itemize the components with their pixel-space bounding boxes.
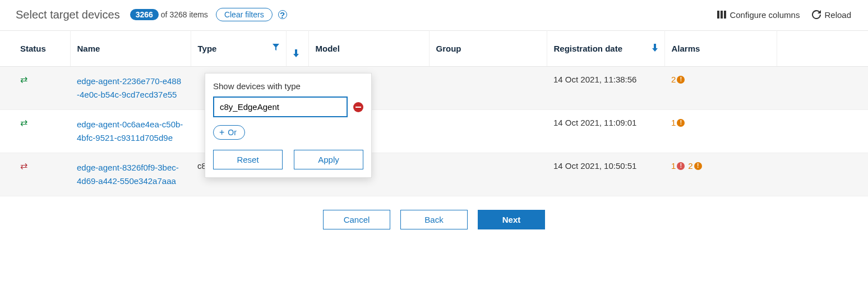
- filter-icon[interactable]: [273, 44, 279, 50]
- status-cell: ⇄: [0, 67, 70, 110]
- device-name-link[interactable]: edge-agent-8326f0f9-3bec-4d69-a442-550e3…: [77, 161, 183, 188]
- blank-cell: [777, 153, 868, 196]
- column-header-status[interactable]: Status: [0, 31, 70, 67]
- add-or-condition-button[interactable]: + Or: [213, 125, 245, 140]
- plus-icon: +: [219, 128, 224, 137]
- devices-table: Status Name Type Model Group Registratio…: [0, 30, 868, 196]
- filter-apply-button[interactable]: Apply: [294, 150, 363, 169]
- reload-button[interactable]: Reload: [812, 10, 851, 20]
- alarm-count: 2: [688, 161, 692, 171]
- reload-icon: [812, 10, 821, 19]
- toolbar-right: Configure columns Reload: [717, 10, 851, 20]
- column-header-model[interactable]: Model: [308, 31, 429, 67]
- next-button[interactable]: Next: [478, 210, 545, 229]
- wizard-footer: Cancel Back Next: [0, 196, 868, 243]
- alarm-major-icon: !: [677, 162, 685, 170]
- alarm-badge[interactable]: 2!: [671, 75, 685, 84]
- column-header-group[interactable]: Group: [429, 31, 547, 67]
- alarm-count: 1: [671, 161, 676, 171]
- remove-filter-icon[interactable]: [353, 102, 363, 112]
- type-filter-popover: Show devices with type + Or Reset Apply: [205, 73, 372, 178]
- total-count-text: of 3268 items: [161, 10, 208, 19]
- cancel-button[interactable]: Cancel: [323, 210, 390, 229]
- name-cell: edge-agent-2236e770-e488-4e0c-b54c-9cd7e…: [70, 67, 191, 110]
- status-cell: ⇄: [0, 110, 70, 153]
- alarms-cell: 1!: [664, 110, 777, 153]
- group-cell: [429, 67, 547, 110]
- back-button[interactable]: Back: [400, 210, 468, 229]
- blank-cell: [777, 67, 868, 110]
- column-header-blank: [777, 31, 868, 67]
- filtered-count-badge: 3266: [130, 9, 159, 20]
- group-cell: [429, 153, 547, 196]
- table-row[interactable]: ⇄edge-agent-2236e770-e488-4e0c-b54c-9cd7…: [0, 67, 868, 110]
- alarm-minor-icon: !: [677, 76, 685, 84]
- registration-cell: 14 Oct 2021, 11:09:01: [547, 110, 664, 153]
- column-header-name[interactable]: Name: [70, 31, 191, 67]
- alarms-cell: 2!: [664, 67, 777, 110]
- table-row[interactable]: ⇄edge-agent-0c6ae4ea-c50b-4bfc-9521-c931…: [0, 110, 868, 153]
- alarm-badge[interactable]: 1!: [671, 118, 685, 127]
- configure-columns-button[interactable]: Configure columns: [717, 10, 800, 20]
- help-icon[interactable]: ?: [278, 10, 287, 19]
- svg-rect-3: [355, 107, 361, 108]
- device-name-link[interactable]: edge-agent-0c6ae4ea-c50b-4bfc-9521-c9311…: [77, 118, 183, 145]
- alarm-badge[interactable]: 2!: [688, 161, 701, 171]
- filter-reset-button[interactable]: Reset: [213, 150, 283, 169]
- sort-down-icon: [293, 49, 302, 57]
- name-cell: edge-agent-8326f0f9-3bec-4d69-a442-550e3…: [70, 153, 191, 196]
- status-cell: ⇄: [0, 153, 70, 196]
- alarm-count: 2: [671, 75, 676, 84]
- column-header-registration[interactable]: Registration date: [547, 31, 664, 67]
- name-cell: edge-agent-0c6ae4ea-c50b-4bfc-9521-c9311…: [70, 110, 191, 153]
- configure-columns-label: Configure columns: [730, 10, 800, 20]
- alarm-minor-icon: !: [677, 119, 685, 127]
- clear-filters-button[interactable]: Clear filters: [216, 8, 273, 21]
- column-header-type[interactable]: Type: [191, 31, 286, 67]
- reload-label: Reload: [824, 10, 851, 20]
- registration-cell: 14 Oct 2021, 10:50:51: [547, 153, 664, 196]
- table-row[interactable]: ⇄edge-agent-8326f0f9-3bec-4d69-a442-550e…: [0, 153, 868, 196]
- send-receive-icon: ⇄: [20, 161, 27, 171]
- alarm-badge[interactable]: 1!: [671, 161, 685, 171]
- sort-down-icon[interactable]: [652, 44, 658, 52]
- alarm-minor-icon: !: [694, 162, 702, 170]
- group-cell: [429, 110, 547, 153]
- svg-rect-1: [721, 11, 723, 19]
- blank-cell: [777, 110, 868, 153]
- filter-label: Show devices with type: [213, 81, 363, 91]
- svg-rect-2: [724, 11, 726, 19]
- alarms-cell: 1!2!: [664, 153, 777, 196]
- send-receive-icon: ⇄: [20, 75, 27, 84]
- column-sort-type[interactable]: [286, 31, 308, 67]
- send-receive-icon: ⇄: [20, 118, 27, 127]
- column-header-alarms[interactable]: Alarms: [664, 31, 777, 67]
- columns-icon: [717, 11, 726, 19]
- device-name-link[interactable]: edge-agent-2236e770-e488-4e0c-b54c-9cd7e…: [77, 75, 183, 102]
- filter-type-input[interactable]: [213, 96, 348, 117]
- svg-rect-0: [717, 11, 719, 19]
- header-bar: Select target devices 3266 of 3268 items…: [0, 0, 868, 30]
- page-title: Select target devices: [16, 8, 120, 21]
- registration-cell: 14 Oct 2021, 11:38:56: [547, 67, 664, 110]
- alarm-count: 1: [671, 118, 676, 127]
